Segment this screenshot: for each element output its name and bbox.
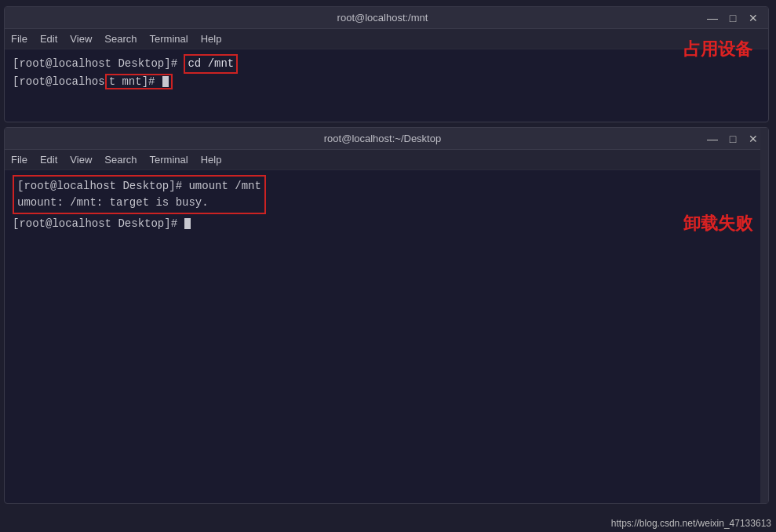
annotation-bottom: 卸载失败 (683, 212, 752, 235)
error-highlight-block: [root@localhost Desktop]# umount /mnt um… (13, 175, 266, 214)
prompt1-bottom: [root@localhost Desktop]# (17, 180, 188, 192)
menu-terminal-top[interactable]: Terminal (150, 33, 188, 45)
menu-help-bottom[interactable]: Help (201, 154, 222, 166)
minimize-btn-bottom[interactable]: — (705, 133, 720, 144)
close-btn-top[interactable]: ✕ (746, 13, 760, 24)
menu-search-bottom[interactable]: Search (104, 154, 137, 166)
title-bar-top: root@localhost:/mnt — □ ✕ (5, 7, 768, 29)
error-text-bottom: umount: /mnt: target is busy. (17, 196, 209, 209)
cmd-highlight-top: cd /mnt (184, 54, 238, 74)
menu-file-bottom[interactable]: File (11, 154, 27, 166)
cursor-box-top: t mnt]# (105, 74, 173, 89)
cursor-top (162, 76, 169, 87)
title-bottom: root@localhost:~/Desktop (60, 133, 705, 144)
terminal-window-top: root@localhost:/mnt — □ ✕ File Edit View… (4, 6, 769, 122)
prompt2-top: [root@localhos (13, 75, 105, 88)
close-btn-bottom[interactable]: ✕ (746, 133, 760, 144)
terminal-line3-bottom: [root@localhost Desktop]# (13, 216, 760, 232)
cmd-bottom: umount /mnt (188, 180, 260, 192)
annotation-top: 占用设备 (683, 38, 752, 61)
terminal-line2-bottom: umount: /mnt: target is busy. (17, 195, 261, 211)
maximize-btn-top[interactable]: □ (726, 13, 740, 24)
menu-view-top[interactable]: View (70, 33, 92, 45)
menu-help-top[interactable]: Help (201, 33, 222, 45)
scrollbar-bottom[interactable] (760, 128, 768, 503)
terminal-content-top: [root@localhost Desktop]# cd /mnt [root@… (5, 49, 768, 95)
menu-file-top[interactable]: File (11, 33, 27, 45)
terminal-line1-bottom: [root@localhost Desktop]# umount /mnt (17, 178, 261, 195)
menu-edit-top[interactable]: Edit (40, 33, 57, 45)
title-top: root@localhost:/mnt (60, 12, 705, 24)
window-controls-top: — □ ✕ (705, 13, 760, 24)
terminal-line1-top: [root@localhost Desktop]# cd /mnt (13, 54, 760, 74)
menu-view-bottom[interactable]: View (70, 154, 92, 166)
terminal-line2-top: [root@localhost mnt]# (13, 74, 760, 90)
maximize-btn-bottom[interactable]: □ (726, 133, 740, 144)
terminal-window-bottom: root@localhost:~/Desktop — □ ✕ File Edit… (4, 127, 769, 504)
prompt1-top: [root@localhost Desktop]# (13, 57, 184, 70)
cursor-bottom (184, 218, 191, 229)
menu-edit-bottom[interactable]: Edit (40, 154, 57, 166)
prompt3-bottom: [root@localhost Desktop]# (13, 217, 184, 230)
watermark: https://blog.csdn.net/weixin_47133613 (611, 518, 771, 529)
minimize-btn-top[interactable]: — (705, 13, 720, 24)
menu-terminal-bottom[interactable]: Terminal (150, 154, 188, 166)
terminal-content-bottom: [root@localhost Desktop]# umount /mnt um… (5, 170, 768, 237)
menu-bar-top: File Edit View Search Terminal Help (5, 29, 768, 49)
title-bar-bottom: root@localhost:~/Desktop — □ ✕ (5, 128, 768, 150)
menu-bar-bottom: File Edit View Search Terminal Help (5, 150, 768, 170)
menu-search-top[interactable]: Search (104, 33, 137, 45)
window-controls-bottom: — □ ✕ (705, 133, 760, 144)
